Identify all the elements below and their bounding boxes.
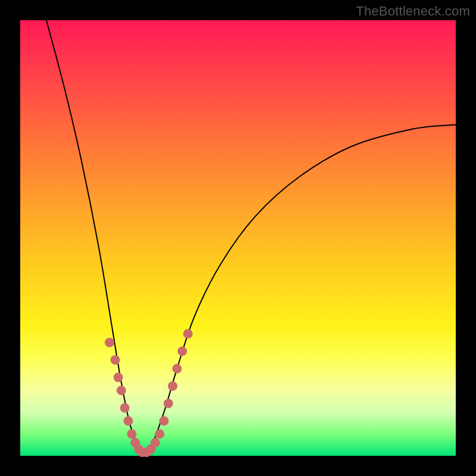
outer-frame: TheBottleneck.com (0, 0, 476, 476)
data-dot (151, 438, 160, 447)
data-dot (114, 372, 123, 382)
data-dot (120, 403, 130, 412)
data-dot (164, 399, 173, 408)
data-dot (117, 386, 126, 395)
data-dot (159, 416, 169, 425)
data-dot (127, 429, 136, 439)
data-dot (105, 338, 114, 347)
data-dot (173, 364, 182, 374)
data-dot (124, 416, 133, 425)
chart-svg (20, 20, 456, 456)
data-dot (168, 381, 177, 391)
data-dot (183, 329, 193, 339)
data-dot (155, 429, 164, 439)
data-dot (111, 355, 120, 365)
curve-dots (105, 329, 193, 457)
watermark-text: TheBottleneck.com (356, 4, 470, 19)
bottleneck-curve (46, 20, 456, 456)
data-dot (177, 346, 187, 356)
